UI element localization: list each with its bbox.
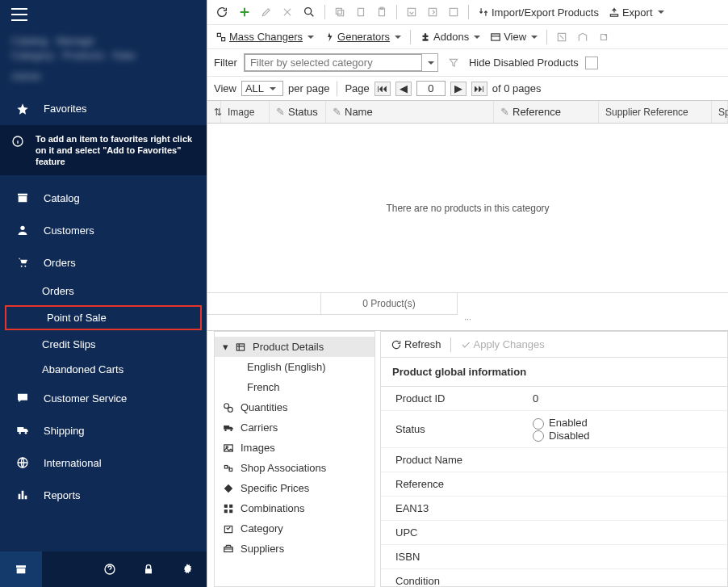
export-3-button xyxy=(445,5,462,19)
tree-product-details[interactable]: ▾ Product Details xyxy=(215,337,374,357)
lbl-product-id: Product ID xyxy=(395,392,533,405)
tree-lang-french[interactable]: French xyxy=(215,377,374,397)
svg-rect-32 xyxy=(224,504,228,507)
hide-disabled-checkbox[interactable] xyxy=(585,57,598,69)
paste-button xyxy=(352,5,370,19)
filter-clear-icon xyxy=(445,56,462,70)
svg-rect-34 xyxy=(224,509,228,513)
svg-rect-37 xyxy=(224,547,233,551)
svg-rect-23 xyxy=(236,343,244,350)
lbl-ean13: EAN13 xyxy=(395,502,533,514)
tree-shop-associations[interactable]: Shop Associations xyxy=(215,458,374,478)
col-image[interactable]: Image xyxy=(221,101,270,123)
globe-icon xyxy=(15,455,31,471)
sidebar-sub-credit-slips[interactable]: Credit Slips xyxy=(0,332,207,357)
import-export-button[interactable]: Import/Export Products xyxy=(475,5,602,20)
filter-input[interactable] xyxy=(245,54,422,71)
col-status[interactable]: ✎Status xyxy=(270,101,326,123)
star-icon xyxy=(15,101,31,117)
sidebar-sub-orders[interactable]: Orders xyxy=(0,279,207,304)
svg-point-2 xyxy=(21,266,23,267)
lbl-isbn: ISBN xyxy=(395,551,533,563)
tree-images[interactable]: Images xyxy=(215,438,374,458)
svg-rect-18 xyxy=(450,8,457,15)
tree-lang-english[interactable]: English (English) xyxy=(215,357,374,377)
tree-quantities[interactable]: Quantities xyxy=(215,397,374,417)
first-page-button[interactable]: ⏮ xyxy=(374,82,391,96)
tree-specific-prices[interactable]: Specific Prices xyxy=(215,478,374,498)
clipboard-button xyxy=(373,5,391,19)
table-header: ⇅ Image ✎Status ✎Name ✎Reference Supplie… xyxy=(207,101,728,124)
svg-rect-12 xyxy=(336,8,341,14)
prev-page-button[interactable]: ◀ xyxy=(395,82,412,96)
sidebar-label: Customers xyxy=(44,224,94,237)
svg-rect-19 xyxy=(217,33,220,36)
col-ref[interactable]: ✎Reference xyxy=(494,101,599,123)
sidebar-sub-abandoned-carts[interactable]: Abandoned Carts xyxy=(0,357,207,382)
tree-suppliers[interactable]: Suppliers xyxy=(215,539,374,559)
svg-point-3 xyxy=(24,266,26,267)
sidebar-item-orders[interactable]: Orders xyxy=(0,246,207,279)
detail-refresh-button[interactable]: Refresh xyxy=(387,337,445,352)
sidebar-label: Favorites xyxy=(44,103,86,115)
sidebar-item-favorites[interactable]: Favorites xyxy=(0,93,207,125)
lock-icon[interactable] xyxy=(129,551,168,587)
sidebar-item-shipping[interactable]: Shipping xyxy=(0,414,207,447)
tree-category[interactable]: Category xyxy=(215,518,374,539)
radio-disabled[interactable]: Disabled xyxy=(533,430,590,442)
svg-rect-20 xyxy=(222,37,225,40)
last-page-button[interactable]: ⏭ xyxy=(471,82,487,96)
chevron-down-icon: ▾ xyxy=(223,341,228,353)
search-button[interactable] xyxy=(299,4,319,20)
col-sref[interactable]: Supplier Reference xyxy=(599,101,712,123)
lbl-upc: UPC xyxy=(395,526,533,539)
hamburger-menu[interactable] xyxy=(0,0,207,29)
addons-dropdown[interactable]: Addons xyxy=(416,29,483,44)
sidebar-item-reports[interactable]: Reports xyxy=(0,479,207,511)
mass-changers-dropdown[interactable]: Mass Changers xyxy=(212,29,317,44)
view-dropdown[interactable]: View xyxy=(487,29,541,44)
edit-button xyxy=(257,5,275,19)
filter-dropdown[interactable] xyxy=(244,53,438,72)
sidebar-item-customer-service[interactable]: Customer Service xyxy=(0,382,207,414)
gear-icon[interactable] xyxy=(168,551,207,587)
lbl-status: Status xyxy=(395,423,533,435)
sidebar-label: International xyxy=(44,457,102,469)
tool-b xyxy=(574,30,592,44)
generators-dropdown[interactable]: Generators xyxy=(320,29,404,44)
export-dropdown[interactable]: Export xyxy=(605,5,667,20)
page-input[interactable] xyxy=(416,81,446,96)
add-button[interactable] xyxy=(235,4,254,20)
sidebar-sub-pos[interactable]: Point of Sale xyxy=(5,305,202,330)
tree-combinations[interactable]: Combinations xyxy=(215,498,374,518)
export-2-button xyxy=(424,5,441,19)
perpage-dropdown[interactable]: ALL xyxy=(241,81,283,96)
next-page-button[interactable]: ▶ xyxy=(450,82,467,96)
tool-c xyxy=(595,30,613,44)
lbl-product-name: Product Name xyxy=(395,454,533,466)
svg-rect-17 xyxy=(429,8,436,15)
radio-enabled[interactable]: Enabled xyxy=(533,417,590,430)
hide-disabled-label: Hide Disabled Products xyxy=(469,57,579,69)
info-icon xyxy=(11,135,27,148)
svg-point-1 xyxy=(20,226,24,230)
bottom-archive-icon[interactable] xyxy=(0,551,42,587)
truck-icon xyxy=(15,422,31,438)
lbl-reference: Reference xyxy=(395,478,533,490)
sidebar-item-catalog[interactable]: Catalog xyxy=(0,182,207,214)
copy-button xyxy=(331,5,349,19)
col-sp[interactable]: Sp xyxy=(712,101,728,123)
refresh-button[interactable] xyxy=(212,4,232,20)
product-count: 0 Product(s) xyxy=(320,293,458,315)
sidebar-item-international[interactable]: International xyxy=(0,447,207,479)
col-name[interactable]: ✎Name xyxy=(326,101,494,123)
svg-point-25 xyxy=(228,407,232,412)
sidebar-item-customers[interactable]: Customers xyxy=(0,214,207,246)
user-icon xyxy=(15,222,31,238)
store-context: Catalog · Manage Category · Products · D… xyxy=(0,29,207,93)
page-of-label: of 0 pages xyxy=(492,82,542,94)
help-icon[interactable] xyxy=(90,551,129,587)
svg-point-24 xyxy=(224,403,229,408)
tree-carriers[interactable]: Carriers xyxy=(215,417,374,438)
grid-empty-message: There are no products in this category xyxy=(207,124,728,293)
